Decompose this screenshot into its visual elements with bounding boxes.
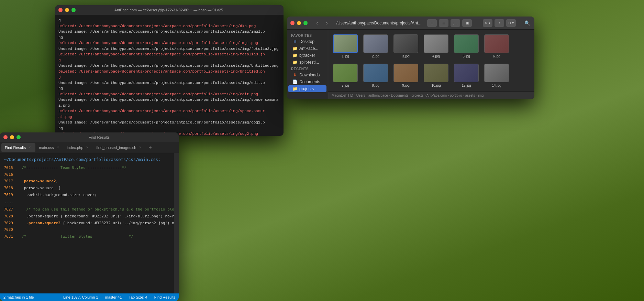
code-line[interactable]: 7631 /*-------------- Twitter Styles ---… xyxy=(0,233,174,240)
code-dots: .... xyxy=(0,198,174,206)
sidebar-item-label: Documents xyxy=(299,79,320,84)
sidebar-item-icon: ⬇ xyxy=(292,73,297,77)
line-content: /* You can use this method or backstrech… xyxy=(17,206,174,213)
terminal-line: Deleted: /Users/anthonypace/documents/pr… xyxy=(58,92,280,97)
finder-item[interactable]: 5.jpg xyxy=(453,33,480,60)
finder-item[interactable]: 9.jpg xyxy=(392,62,420,89)
finder-toolbar-right: ⊞ ☰ ⋮⋮ ▣ ⚙ ▾ ↑ ⊖ ▾ 🔍 xyxy=(427,19,531,27)
finder-titlebar: ‹ › /Users/anthonypace/Documents/project… xyxy=(287,17,534,30)
line-content: .person-square { background: #323232 url… xyxy=(17,213,174,219)
line-content xyxy=(17,227,174,233)
terminal-line: Deleted: /Users/anthonypace/documents/pr… xyxy=(58,40,280,46)
finder-close-button[interactable] xyxy=(290,21,295,25)
line-number: 7619 xyxy=(0,192,17,198)
line-number: 7631 xyxy=(0,234,17,240)
line-number: 7616 xyxy=(0,172,17,178)
finder-thumbnail xyxy=(484,64,509,82)
line-content: .person-square { xyxy=(17,185,174,191)
sidebar-item-label: AntPace... xyxy=(299,46,318,51)
code-line[interactable]: 7619 -webkit-background-size: cover; xyxy=(0,192,174,198)
tab-close-icon[interactable]: ✕ xyxy=(28,146,32,150)
sidebar-item-downloads[interactable]: ⬇Downloads xyxy=(288,72,326,78)
finder-thumbnail xyxy=(424,64,448,82)
code-line[interactable]: 7627 /* You can use this method or backs… xyxy=(0,206,174,213)
finder-share-button[interactable]: ↑ xyxy=(495,19,504,27)
terminal-body: gDeleted: /Users/anthonypace/documents/p… xyxy=(55,15,284,136)
finder-action-button[interactable]: ⚙ ▾ xyxy=(483,19,492,27)
code-line[interactable]: 7630 xyxy=(0,226,174,233)
line-number: 7618 xyxy=(0,185,17,191)
finder-item-label: 14.jpg xyxy=(492,84,501,87)
finder-item-label: 2.jpg xyxy=(372,54,379,58)
findresults-body: ~/Documents/projects/AntPace.com/portfol… xyxy=(0,153,179,293)
finder-item[interactable]: 1.jpg xyxy=(332,33,359,60)
tab-main-css[interactable]: main.css✕ xyxy=(35,143,63,152)
sidebar-item-icon: 📄 xyxy=(292,79,297,84)
finder-item-label: 3.jpg xyxy=(402,54,410,58)
finder-icon-view-button[interactable]: ⊞ xyxy=(427,19,437,27)
sidebar-item-desktop[interactable]: 🖥Desktop xyxy=(288,38,326,45)
sidebar-item-icon: 📁 xyxy=(292,53,297,58)
finder-gallery-view-button[interactable]: ▣ xyxy=(462,19,472,27)
finder-tag-button[interactable]: ⊖ ▾ xyxy=(506,19,516,27)
line-number: 7630 xyxy=(0,227,17,233)
sidebar-item-bjtracker[interactable]: 📁bjtracker xyxy=(288,52,326,59)
finder-item[interactable]: 12.jpg xyxy=(453,62,480,89)
sidebar-item-label: Downloads xyxy=(299,73,320,77)
add-tab-button[interactable]: + xyxy=(147,144,153,151)
code-line[interactable]: 7628 .person-square { background: #32323… xyxy=(0,213,174,220)
findresults-scroll[interactable] xyxy=(174,153,179,293)
sidebar-item-projects[interactable]: 📁projects xyxy=(288,85,326,92)
finder-thumbnail xyxy=(333,64,358,82)
finder-item[interactable]: 6.jpg xyxy=(483,33,510,60)
finder-column-view-button[interactable]: ⋮⋮ xyxy=(451,19,460,27)
terminal-line: Unused image: /Users/anthonypace/documen… xyxy=(58,29,280,35)
finder-item[interactable]: 4.jpg xyxy=(422,33,450,60)
finder-item[interactable]: 3.jpg xyxy=(392,33,420,60)
finder-body: Favorites🖥Desktop📁AntPace...📁bjtracker📁s… xyxy=(287,30,534,99)
finder-search-button[interactable]: 🔍 xyxy=(523,19,531,27)
finder-maximize-button[interactable] xyxy=(303,21,308,25)
finder-status-bar: Macintosh HD › Users › anthonypace › Doc… xyxy=(328,92,534,99)
finder-back-button[interactable]: ‹ xyxy=(313,19,321,27)
finder-list-view-button[interactable]: ☰ xyxy=(439,19,448,27)
sidebar-section-favorites: Favorites xyxy=(287,32,328,38)
terminal-line: Unused image: /Users/anthonypace/documen… xyxy=(58,120,280,126)
terminal-line: ng xyxy=(58,126,280,131)
code-line[interactable]: 7617 .person-square2, xyxy=(0,178,174,185)
code-line[interactable]: 7618 .person-square { xyxy=(0,185,174,192)
sidebar-item-documents[interactable]: 📄Documents xyxy=(288,78,326,85)
terminal-line: Unused image: /Users/anthonypace/documen… xyxy=(58,80,280,86)
footer-item: Line 1377, Column 1 xyxy=(63,295,98,299)
tab-close-icon[interactable]: ✕ xyxy=(56,146,60,150)
code-line[interactable]: 7629 .person-square2 { background: #3232… xyxy=(0,220,174,227)
tabs-bar: Find Results✕main.css✕index.php✕find_unu… xyxy=(0,142,179,153)
tab-close-icon[interactable]: ✕ xyxy=(85,146,89,150)
finder-item[interactable]: 14.jpg xyxy=(483,62,510,89)
findresults-footer: 2 matches in 1 fileLine 1377, Column 1ma… xyxy=(0,293,179,301)
sidebar-item-icon: 📁 xyxy=(292,60,297,65)
finder-window: ‹ › /Users/anthonypace/Documents/project… xyxy=(287,17,534,99)
findresults-maximize-button[interactable] xyxy=(16,135,21,139)
tab-find-unused-images-sh[interactable]: find_unused_images.sh✕ xyxy=(93,143,146,152)
finder-minimize-button[interactable] xyxy=(297,21,301,25)
code-line[interactable]: 7615 /*-------------- Team Styles ------… xyxy=(0,164,174,171)
code-line[interactable]: 7616 xyxy=(0,171,174,178)
finder-item[interactable]: 10.jpg xyxy=(422,62,450,89)
finder-item[interactable]: 7.jpg xyxy=(332,62,359,89)
tab-index-php[interactable]: index.php✕ xyxy=(64,143,93,152)
finder-item-label: 7.jpg xyxy=(342,84,349,87)
tab-find-results[interactable]: Find Results✕ xyxy=(1,143,35,152)
finder-item[interactable]: 8.jpg xyxy=(362,62,389,89)
finder-forward-button[interactable]: › xyxy=(323,19,331,27)
tab-close-icon[interactable]: ✕ xyxy=(138,146,142,150)
findresults-close-button[interactable] xyxy=(3,135,8,139)
sidebar-item-splittesti[interactable]: 📁split-testi... xyxy=(288,59,326,66)
sidebar-section-recents: Recents xyxy=(287,66,328,72)
sidebar-item-antpace[interactable]: 📁AntPace... xyxy=(288,45,326,52)
code-path: ~/Documents/projects/AntPace.com/portfol… xyxy=(0,155,174,164)
finder-item[interactable]: 2.jpg xyxy=(362,33,389,60)
findresults-titlebar: Find Results xyxy=(0,132,179,142)
tab-label: Find Results xyxy=(5,146,26,150)
findresults-minimize-button[interactable] xyxy=(10,135,14,139)
